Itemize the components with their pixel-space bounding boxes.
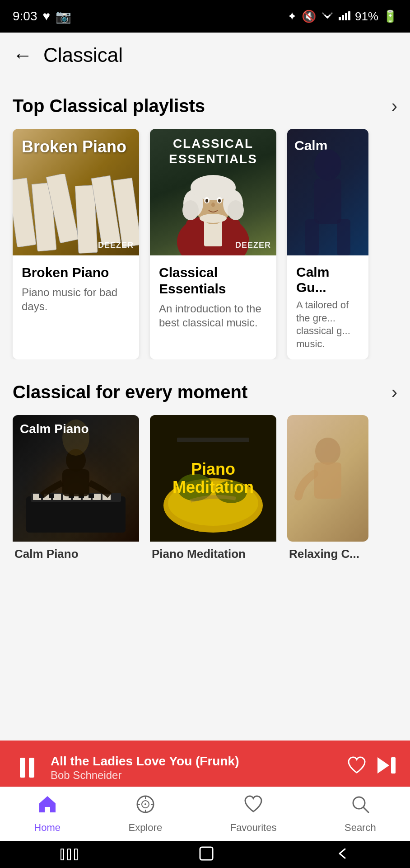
- moment-card-piano-meditation[interactable]: PianoMeditation Piano Meditation: [150, 415, 276, 561]
- now-playing-artist: Bob Schneider: [51, 769, 338, 782]
- svg-rect-1: [342, 15, 344, 20]
- bottom-nav: Home Explore Favourites: [0, 787, 410, 841]
- relaxing-card-name: Relaxing C...: [287, 542, 368, 561]
- playlist-card-broken-piano[interactable]: Broken Piano DEEZER Broken Piano: [13, 129, 139, 359]
- svg-point-18: [211, 203, 215, 207]
- top-playlists-scroll[interactable]: Broken Piano DEEZER Broken Piano: [0, 129, 410, 359]
- signal-icon: [339, 9, 350, 24]
- top-playlists-section: Top Classical playlists › Broken Piano: [0, 87, 410, 373]
- svg-point-54: [144, 803, 146, 805]
- page-title: Classical: [43, 44, 123, 66]
- svg-point-17: [218, 199, 221, 203]
- svg-point-10: [182, 200, 199, 220]
- nav-item-search[interactable]: Search: [335, 790, 385, 838]
- status-left: 9:03 ♥ 📷: [13, 9, 71, 24]
- svg-marker-51: [377, 757, 389, 774]
- svg-rect-3: [348, 11, 350, 20]
- moment-card-relaxing[interactable]: Relaxing C...: [287, 415, 368, 561]
- calm-piano-image: Calm Piano: [13, 415, 139, 542]
- piano-meditation-image: PianoMeditation: [150, 415, 276, 542]
- android-nav: [0, 841, 410, 868]
- header: ← Classical: [0, 33, 410, 78]
- broken-piano-image: Broken Piano DEEZER: [13, 129, 139, 255]
- svg-rect-21: [314, 179, 341, 224]
- svg-rect-52: [391, 757, 396, 774]
- home-label: Home: [34, 822, 61, 834]
- svg-line-61: [363, 807, 368, 812]
- moment-section-arrow[interactable]: ›: [391, 382, 397, 402]
- svg-rect-48: [177, 438, 249, 442]
- now-playing-track: All the Ladies Love You (Frunk): [51, 754, 338, 769]
- status-bar: 9:03 ♥ 📷 ✦ 🔇 91% 🔋: [0, 0, 410, 33]
- heart-icon: ♥: [43, 9, 51, 24]
- piano-meditation-card-name: Piano Meditation: [150, 542, 276, 561]
- favourites-label: Favourites: [230, 822, 277, 834]
- calm-piano-card-name: Calm Piano: [13, 542, 139, 561]
- nav-item-home[interactable]: Home: [25, 790, 70, 838]
- moment-section-title: Classical for every moment: [13, 382, 247, 402]
- pause-button[interactable]: [13, 753, 42, 782]
- top-playlists-arrow[interactable]: ›: [391, 96, 397, 116]
- classical-essentials-image: CLASSICALESSENTIALS: [150, 129, 276, 255]
- android-home-button[interactable]: [198, 845, 214, 863]
- deezer-badge-1: DEEZER: [98, 241, 134, 250]
- camera-icon: 📷: [56, 9, 71, 24]
- broken-piano-overlay-title: Broken Piano: [22, 138, 130, 156]
- svg-rect-41: [62, 469, 89, 496]
- svg-point-19: [200, 214, 227, 223]
- svg-rect-36: [49, 494, 54, 498]
- android-recents-button[interactable]: [60, 849, 79, 860]
- broken-piano-desc: Piano music for bad days.: [22, 285, 130, 313]
- calm-image: Calm: [287, 129, 368, 255]
- main-content: Top Classical playlists › Broken Piano: [0, 78, 410, 584]
- relaxing-person: [287, 415, 368, 542]
- moment-scroll[interactable]: Calm Piano Calm Piano: [0, 415, 410, 561]
- section-header-top: Top Classical playlists ›: [0, 96, 410, 116]
- pause-icon: [20, 758, 34, 778]
- heart-button[interactable]: [347, 755, 367, 780]
- playlist-card-classical-essentials[interactable]: CLASSICALESSENTIALS: [150, 129, 276, 359]
- svg-point-12: [228, 200, 244, 220]
- android-back-button[interactable]: [334, 845, 350, 863]
- skip-button[interactable]: [376, 755, 397, 780]
- classical-essentials-name: Classical Essentials: [159, 264, 267, 297]
- moment-section: Classical for every moment ›: [0, 373, 410, 575]
- top-playlists-title: Top Classical playlists: [13, 96, 205, 116]
- svg-point-16: [205, 199, 208, 203]
- nav-item-favourites[interactable]: Favourites: [221, 790, 286, 838]
- calm-desc: A tailored of the gre... classical g... …: [296, 299, 359, 350]
- classical-essentials-info: Classical Essentials An introduction to …: [150, 255, 276, 339]
- moment-card-calm-piano[interactable]: Calm Piano Calm Piano: [13, 415, 139, 561]
- battery-icon: 🔋: [383, 9, 397, 24]
- bluetooth-icon: ✦: [287, 9, 297, 24]
- calm-name: Calm Gu...: [296, 264, 359, 295]
- svg-point-13: [191, 175, 236, 200]
- section-header-moment: Classical for every moment ›: [0, 382, 410, 402]
- search-label: Search: [345, 822, 376, 834]
- mute-icon: 🔇: [302, 9, 316, 24]
- explore-label: Explore: [129, 822, 163, 834]
- svg-rect-23: [337, 219, 350, 255]
- svg-rect-2: [345, 13, 347, 20]
- svg-rect-39: [89, 494, 94, 498]
- calm-person-silhouette: [287, 129, 368, 255]
- back-button[interactable]: ←: [13, 44, 33, 66]
- svg-rect-50: [314, 462, 341, 499]
- battery-percent: 91%: [355, 9, 378, 24]
- svg-rect-22: [305, 219, 319, 255]
- time: 9:03: [13, 9, 37, 24]
- wifi-icon: [321, 9, 334, 24]
- piano-meditation-label: PianoMeditation: [172, 461, 254, 496]
- calm-piano-label: Calm Piano: [20, 422, 89, 436]
- nav-item-explore[interactable]: Explore: [120, 790, 172, 838]
- playlist-card-calm-partial[interactable]: Calm Calm Gu... A tailored of the gre...…: [287, 129, 368, 359]
- status-right: ✦ 🔇 91% 🔋: [287, 9, 397, 24]
- relaxing-image: [287, 415, 368, 542]
- search-icon: [350, 794, 370, 818]
- svg-point-49: [315, 438, 340, 465]
- broken-piano-name: Broken Piano: [22, 264, 130, 281]
- calm-info: Calm Gu... A tailored of the gre... clas…: [287, 255, 368, 359]
- broken-piano-info: Broken Piano Piano music for bad days.: [13, 255, 139, 322]
- deezer-badge-2: DEEZER: [235, 241, 271, 250]
- favourites-icon: [243, 794, 263, 818]
